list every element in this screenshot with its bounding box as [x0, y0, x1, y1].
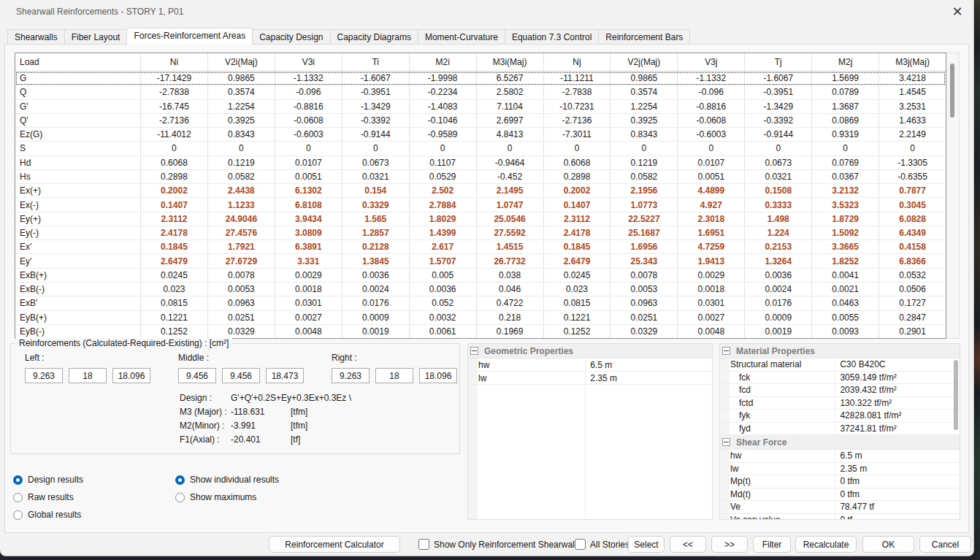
panel-scrollbar-thumb[interactable] [954, 360, 958, 430]
table-row-s[interactable]: S000000000000 [15, 142, 946, 156]
ok-button[interactable]: OK [862, 536, 914, 553]
reinforcements-title: Reinforcements (Calculated-Required-Exis… [15, 338, 232, 348]
table-row-ez-g[interactable]: Ez(G)-11.40120.8343-0.6003-0.9144-0.9589… [15, 128, 946, 142]
value-cell: 0.0301 [275, 296, 342, 310]
collapse-icon[interactable] [470, 347, 478, 355]
value-cell: 0.0036 [342, 269, 410, 282]
reinf-input-right-0[interactable]: 9.263 [332, 368, 370, 383]
reinf-input-middle-1[interactable]: 9.456 [222, 368, 260, 383]
filter-button[interactable]: Filter [753, 536, 791, 553]
radio-global-results[interactable]: Global results [13, 507, 81, 522]
value-cell: 0.0963 [208, 296, 275, 310]
cancel-button[interactable]: Cancel [919, 536, 971, 553]
value-cell: 0.0329 [208, 325, 275, 338]
tab-reinforcement-bars[interactable]: Reinforcement Bars [598, 29, 690, 45]
close-button[interactable]: ✕ [946, 1, 969, 22]
design-formula: G'+Q'+0.2S+Ey+0.3Ex+0.3Ez \ [231, 393, 351, 403]
value-cell: 2.4438 [208, 184, 275, 197]
select-button[interactable]: Select [628, 536, 665, 553]
next-button[interactable]: >> [711, 536, 748, 553]
reinf-input-middle-0[interactable]: 9.456 [178, 368, 216, 383]
table-row-q[interactable]: Q-2.78380.3574-0.096-0.3951-0.22342.5802… [15, 85, 946, 99]
value-cell: 27.5592 [477, 226, 544, 239]
value-cell: 0 [678, 142, 745, 155]
panel-scrollbar[interactable] [953, 358, 959, 518]
value-cell: 0.6068 [141, 156, 208, 169]
table-row-exb[interactable]: ExB(-)0.0230.00530.00180.00240.00360.046… [15, 283, 946, 296]
table-row-ey[interactable]: Ey'2.647927.67293.3311.38451.570726.7732… [15, 254, 946, 268]
radio-show-maximums[interactable]: Show maximums [175, 490, 256, 505]
reinf-input-left-0[interactable]: 9.263 [25, 368, 63, 383]
value-cell: 0.7877 [879, 184, 946, 197]
table-row-exb[interactable]: ExB(+)0.02450.00780.00290.00360.0050.038… [15, 269, 946, 283]
table-row-ex[interactable]: Ex'0.18451.79216.38910.21282.6171.45150.… [15, 240, 946, 254]
value-cell: 0.9319 [812, 128, 879, 141]
load-cell: Ex' [15, 240, 141, 253]
tab-moment-curvature[interactable]: Moment-Curvature [418, 29, 505, 45]
table-row-g[interactable]: G-17.14290.9865-1.1332-1.6067-1.99986.52… [15, 72, 946, 85]
table-row-exb[interactable]: ExB'0.08150.09630.03010.01760.0520.47220… [15, 296, 946, 310]
tab-shearwalls[interactable]: Shearwalls [7, 29, 65, 45]
value-cell: 0.0321 [745, 170, 812, 183]
value-cell: 3.4218 [879, 72, 946, 85]
table-row-hd[interactable]: Hd0.60680.12190.01070.06730.1107-0.94640… [15, 156, 946, 170]
reinf-input-left-1[interactable]: 18 [69, 368, 107, 383]
load-cell: Q [15, 85, 141, 99]
title-bar[interactable]: Shearwall Reinforcements - STORY 1, P01 … [0, 0, 973, 25]
value-cell: 0 [141, 142, 208, 155]
value-cell: 6.8366 [879, 254, 946, 267]
value-cell: 0 [342, 142, 410, 155]
tab-capacity-diagrams[interactable]: Capacity Diagrams [330, 29, 418, 45]
radio-raw-results[interactable]: Raw results [13, 490, 74, 505]
table-row-eyb[interactable]: EyB(+)0.12210.02510.00270.00090.00320.21… [15, 311, 946, 325]
value-cell: 2.7884 [410, 198, 477, 211]
result-options-group: Design resultsRaw resultsGlobal results [13, 472, 166, 528]
reinforcement-calculator-button[interactable]: Reinforcement Calculator [269, 536, 400, 553]
value-cell: 0.3574 [208, 85, 275, 99]
table-row-g[interactable]: G'-16.7451.2254-0.8816-1.3429-1.40837.11… [15, 100, 946, 114]
panel-header-material-properties: Material Properties [720, 344, 960, 358]
recalculate-button[interactable]: Recalculate [795, 536, 857, 553]
tab-equation-7-3-control[interactable]: Equation 7.3 Control [505, 29, 599, 45]
value-cell: 0.0048 [678, 325, 745, 338]
table-row-ex[interactable]: Ex(+)0.20022.44386.13020.1542.5022.14950… [15, 184, 946, 198]
reinf-input-left-2[interactable]: 18.096 [112, 368, 150, 383]
tab-forces-reinforcement-areas[interactable]: Forces-Reinforcement Areas [126, 28, 253, 45]
column-header-v3j: V3j [678, 53, 745, 71]
table-row-ey[interactable]: Ey(-)2.417827.45763.08091.28571.439927.5… [15, 226, 946, 240]
design-row-f1-axial: F1(Axial) :-20.401[tf] [180, 432, 351, 446]
tab-fiber-layout[interactable]: Fiber Layout [64, 29, 128, 45]
radio-design-results[interactable]: Design results [13, 472, 83, 487]
table-row-eyb[interactable]: EyB(-)0.12520.03290.00480.00190.00610.19… [15, 325, 946, 338]
collapse-icon[interactable] [722, 438, 730, 446]
checkbox-show-only-reinforcement-shearwalls[interactable]: Show Only Reinforcement Shearwalls [418, 539, 581, 550]
table-row-ex[interactable]: Ex(-)0.14071.12336.81080.33292.78841.074… [15, 198, 946, 212]
value-cell: 1.4545 [879, 85, 946, 99]
reinf-input-middle-2[interactable]: 18.473 [266, 368, 304, 383]
table-row-ey[interactable]: Ey(+)2.311224.90463.94341.5651.802925.05… [15, 212, 946, 226]
reinf-input-right-2[interactable]: 18.096 [419, 368, 457, 383]
table-scrollbar-thumb[interactable] [950, 64, 954, 118]
checkbox-all-stories[interactable]: All Stories [575, 539, 629, 550]
collapse-icon[interactable] [722, 347, 730, 355]
value-cell: -1.9998 [410, 72, 477, 85]
value-cell: 0.0815 [141, 296, 208, 310]
value-cell: 0.0027 [275, 311, 342, 324]
table-row-q[interactable]: Q'-2.71360.3925-0.0608-0.3392-0.10462.69… [15, 114, 946, 128]
value-cell: 0.0869 [812, 114, 879, 127]
tab-capacity-design[interactable]: Capacity Design [252, 29, 330, 45]
table-row-hs[interactable]: Hs0.28980.05820.00510.03210.0529-0.4520.… [15, 170, 946, 184]
load-cell: Ey(+) [15, 212, 141, 226]
table-scrollbar[interactable] [946, 53, 960, 339]
property-row-fck: fck3059.149 tf/m² [720, 372, 960, 385]
value-cell: 0.0769 [812, 156, 879, 169]
value-cell: 0.0061 [410, 325, 477, 338]
radio-show-individual-results[interactable]: Show individual results [175, 472, 279, 487]
load-cell: Ey(-) [15, 226, 141, 239]
value-cell: 2.3112 [141, 212, 208, 226]
reinf-group-left: Left :9.2631818.096 [25, 353, 150, 383]
reinf-input-right-1[interactable]: 18 [375, 368, 413, 383]
value-cell: -1.1332 [678, 72, 745, 85]
prev-button[interactable]: << [670, 536, 706, 553]
property-row-hw: hw6.5 m [468, 358, 712, 372]
